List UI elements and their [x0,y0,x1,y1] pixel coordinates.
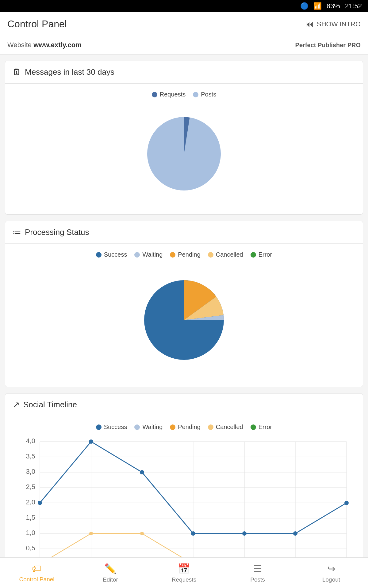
timeline-legend: Success Waiting Pending Cancelled Error [13,424,355,431]
tl-cancelled-label: Cancelled [216,424,243,431]
tl-success-dot [96,424,102,430]
processing-card-body: Success Waiting Pending Cancelled Error [5,244,363,387]
waiting-dot [134,252,140,258]
svg-text:3,0: 3,0 [26,468,35,475]
website-bar: Website www.extly.com Perfect Publisher … [0,36,368,55]
legend-waiting: Waiting [134,251,163,258]
tl-error-dot [251,424,256,430]
show-intro-label: SHOW INTRO [317,20,361,28]
posts-label: Posts [201,91,216,98]
battery-text: 83% [327,2,340,10]
success-dot [96,252,102,258]
processing-icon: ≔ [13,227,21,237]
timeline-icon: ↗ [13,400,20,410]
nav-posts-label: Posts [250,576,265,583]
nav-requests[interactable]: 📅 Requests [147,559,221,587]
processing-card-header: ≔ Processing Status [5,221,363,244]
svg-point-37 [191,531,195,536]
tl-legend-success: Success [96,424,127,431]
bottom-nav: 🏷 Control Panel ✏️ Editor 📅 Requests ☰ P… [0,557,368,588]
svg-point-36 [140,470,144,474]
messages-legend: Requests Posts [13,91,355,98]
messages-card-body: Requests Posts [5,84,363,214]
publisher-badge: Perfect Publisher PRO [295,42,361,49]
svg-point-38 [242,531,247,536]
logout-icon: ↪ [327,563,335,575]
tl-waiting-dot [134,424,140,430]
wifi-icon: 📶 [313,2,322,10]
editor-icon: ✏️ [104,563,117,575]
timeline-title: Social Timeline [23,400,77,409]
time-text: 21:52 [345,2,362,10]
legend-error: Error [251,251,272,258]
svg-point-39 [293,531,297,536]
messages-card-header: 🗓 Messages in last 30 days [5,61,363,84]
tl-cancelled-dot [208,424,213,430]
svg-text:1,5: 1,5 [26,514,35,521]
nav-editor-label: Editor [103,576,118,583]
skip-icon: ⏮ [305,19,314,29]
app-header: Control Panel ⏮ SHOW INTRO [0,12,368,36]
tl-error-label: Error [259,424,272,431]
requests-icon: 📅 [178,563,190,575]
nav-control-panel-label: Control Panel [19,576,54,583]
svg-text:3,5: 3,5 [26,452,35,460]
cancelled-dot [208,252,213,258]
timeline-card-header: ↗ Social Timeline [5,394,363,416]
svg-text:0,5: 0,5 [26,544,35,552]
nav-editor[interactable]: ✏️ Editor [74,559,147,587]
pending-dot [170,252,175,258]
posts-icon: ☰ [253,563,262,575]
website-domain: www.extly.com [33,41,82,49]
messages-icon: 🗓 [13,67,21,77]
svg-point-35 [89,439,93,444]
app-header-title: Control Panel [7,18,67,30]
processing-legend: Success Waiting Pending Cancelled Error [13,251,355,258]
bluetooth-icon: 🔵 [300,2,309,10]
svg-point-34 [38,501,42,505]
nav-requests-label: Requests [172,576,196,583]
requests-dot [152,92,157,97]
tl-legend-pending: Pending [170,424,200,431]
cancelled-label: Cancelled [216,251,243,258]
processing-title: Processing Status [25,228,89,237]
error-label: Error [259,251,272,258]
svg-text:2,0: 2,0 [26,498,35,506]
svg-text:2,5: 2,5 [26,483,35,491]
error-dot [251,252,256,258]
requests-label: Requests [160,91,186,98]
show-intro-button[interactable]: ⏮ SHOW INTRO [305,19,361,29]
processing-pie-container [13,263,355,379]
success-label: Success [104,251,127,258]
svg-point-42 [89,532,93,535]
messages-pie-container [13,103,355,207]
tl-success-label: Success [104,424,127,431]
website-label: Website www.extly.com [7,41,82,49]
posts-dot [193,92,198,97]
messages-card: 🗓 Messages in last 30 days Requests Post… [5,61,363,215]
processing-pie-chart [132,268,236,372]
nav-posts[interactable]: ☰ Posts [221,559,294,587]
messages-pie-chart [138,108,230,200]
tl-pending-dot [170,424,175,430]
waiting-label: Waiting [142,251,163,258]
nav-logout[interactable]: ↪ Logout [294,559,368,587]
processing-card: ≔ Processing Status Success Waiting Pend… [5,221,363,387]
nav-logout-label: Logout [322,576,340,583]
svg-point-40 [344,501,349,505]
tl-legend-error: Error [251,424,272,431]
tl-pending-label: Pending [178,424,200,431]
legend-success: Success [96,251,127,258]
nav-control-panel[interactable]: 🏷 Control Panel [0,559,74,586]
legend-posts: Posts [193,91,216,98]
tl-legend-waiting: Waiting [134,424,163,431]
pending-label: Pending [178,251,200,258]
legend-cancelled: Cancelled [208,251,243,258]
control-panel-icon: 🏷 [32,563,42,574]
legend-pending: Pending [170,251,200,258]
legend-requests: Requests [152,91,186,98]
svg-text:1,0: 1,0 [26,529,35,537]
svg-text:4,0: 4,0 [26,437,35,445]
status-bar: 🔵 📶 83% 21:52 [0,0,368,12]
svg-point-43 [140,532,144,535]
